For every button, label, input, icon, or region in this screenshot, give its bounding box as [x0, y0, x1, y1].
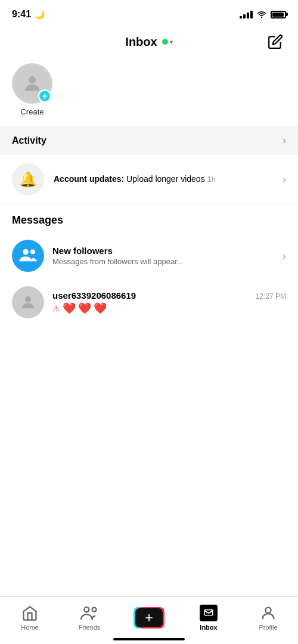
notification-body: Upload longer videos	[124, 174, 204, 184]
chevron-down-icon: ▾	[170, 39, 173, 45]
nav-friends-label: Friends	[79, 624, 101, 631]
create-story-item[interactable]: + Create	[12, 63, 52, 116]
activity-chevron-icon: ›	[283, 134, 286, 147]
profile-icon	[260, 605, 277, 621]
nav-profile-label: Profile	[259, 624, 277, 631]
online-dot	[162, 39, 168, 45]
heart-emoji-1: ❤️	[63, 302, 76, 315]
inbox-title: Inbox	[125, 35, 157, 49]
svg-point-1	[23, 249, 28, 255]
create-avatar: +	[12, 63, 52, 104]
message-time: 12:27 PM	[256, 292, 286, 301]
heart-emoji-3: ❤️	[94, 302, 107, 315]
online-indicator[interactable]: ▾	[162, 39, 173, 45]
svg-point-3	[25, 296, 31, 302]
header-title-wrap: Inbox ▾	[125, 35, 172, 49]
user-person-icon	[19, 293, 37, 311]
plus-badge: +	[38, 89, 51, 103]
wifi-icon	[256, 10, 267, 18]
inbox-icon	[200, 605, 218, 621]
battery-icon	[271, 11, 286, 18]
followers-preview: Messages from followers will appear...	[52, 257, 274, 266]
status-time: 9:41	[12, 9, 31, 20]
nav-home-label: Home	[21, 624, 38, 631]
create-label: Create	[20, 107, 44, 116]
signal-icon	[240, 10, 253, 18]
activity-section-row[interactable]: Activity ›	[0, 126, 298, 155]
user-content: user6339206086619 12:27 PM ⚠ ❤️ ❤️ ❤️	[52, 290, 286, 315]
account-update-notification[interactable]: 🔔 Account updates: Upload longer videos …	[0, 155, 298, 205]
bell-icon-wrap: 🔔	[12, 163, 44, 196]
new-followers-item[interactable]: New followers Messages from followers wi…	[0, 233, 298, 279]
notification-time: 1h	[207, 175, 216, 184]
svg-point-6	[265, 607, 271, 612]
nav-friends[interactable]: Friends	[69, 605, 110, 631]
plus-icon: +	[145, 611, 153, 625]
svg-point-2	[30, 249, 35, 254]
notification-title: Account updates:	[54, 174, 124, 184]
svg-point-4	[84, 607, 89, 612]
nav-home[interactable]: Home	[9, 605, 51, 631]
home-icon	[21, 605, 38, 621]
heart-emoji-2: ❤️	[78, 302, 91, 315]
moon-icon: 🌙	[35, 10, 45, 19]
nav-inbox-label: Inbox	[200, 624, 217, 631]
user-name: user6339206086619	[52, 290, 136, 301]
compose-button[interactable]	[265, 31, 286, 52]
followers-avatar	[12, 240, 44, 272]
user-message-item[interactable]: user6339206086619 12:27 PM ⚠ ❤️ ❤️ ❤️	[0, 279, 298, 326]
followers-content: New followers Messages from followers wi…	[52, 246, 274, 266]
followers-icon	[18, 246, 38, 265]
svg-point-5	[92, 607, 97, 611]
status-bar: 9:41 🌙	[0, 0, 298, 26]
activity-label: Activity	[12, 135, 46, 146]
message-emoji-row: ⚠ ❤️ ❤️ ❤️	[52, 302, 286, 315]
friends-icon	[80, 605, 98, 621]
svg-point-0	[29, 76, 36, 83]
notification-text: Account updates: Upload longer videos 1h	[54, 174, 216, 184]
warning-icon: ⚠	[52, 304, 60, 313]
nav-profile[interactable]: Profile	[247, 605, 289, 631]
bell-icon: 🔔	[19, 171, 37, 188]
nav-create[interactable]: +	[128, 607, 170, 628]
user-avatar	[12, 286, 44, 318]
compose-icon	[268, 34, 283, 49]
nav-inbox[interactable]: Inbox	[188, 605, 229, 631]
notification-content: Account updates: Upload longer videos 1h	[54, 174, 273, 185]
home-indicator	[113, 638, 185, 640]
bottom-nav: Home Friends + Inbox	[0, 596, 298, 644]
followers-name: New followers	[52, 246, 274, 256]
followers-chevron-icon: ›	[283, 250, 286, 262]
status-icons	[240, 10, 286, 18]
inbox-svg-icon	[203, 608, 214, 618]
inbox-header: Inbox ▾	[0, 26, 298, 57]
messages-section-header: Messages	[0, 205, 298, 233]
stories-section: + Create	[0, 57, 298, 126]
notification-chevron-icon: ›	[283, 174, 286, 186]
messages-title: Messages	[12, 214, 63, 226]
